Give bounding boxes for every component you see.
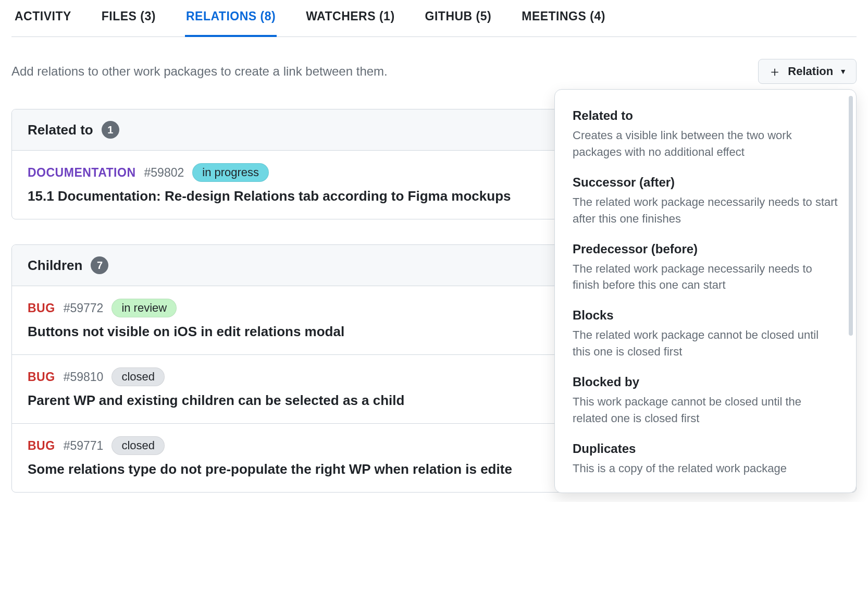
tab-meetings[interactable]: MEETINGS (4) <box>520 9 606 36</box>
relations-subhead: Add relations to other work packages to … <box>11 59 857 84</box>
tabs-bar: ACTIVITY FILES (3) RELATIONS (8) WATCHER… <box>11 9 857 37</box>
dropdown-item-desc: Creates a visible link between the two w… <box>573 127 838 161</box>
relations-hint: Add relations to other work packages to … <box>11 64 388 79</box>
dropdown-item-title: Duplicates <box>573 441 838 456</box>
group-count-badge: 7 <box>91 256 108 274</box>
dropdown-item-desc: The related work package necessarily nee… <box>573 261 838 294</box>
status-badge: closed <box>111 367 165 386</box>
dropdown-item-title: Blocks <box>573 308 838 323</box>
dropdown-item-title: Related to <box>573 108 838 123</box>
dropdown-item-desc: This is a copy of the related work packa… <box>573 460 838 477</box>
dropdown-item-successor[interactable]: Successor (after) The related work packa… <box>559 168 852 235</box>
dropdown-item-title: Predecessor (before) <box>573 242 838 256</box>
work-package-id: #59810 <box>64 370 104 384</box>
dropdown-item-title: Successor (after) <box>573 175 838 190</box>
plus-icon: ＋ <box>768 65 782 78</box>
status-badge: closed <box>111 436 165 455</box>
dropdown-item-predecessor[interactable]: Predecessor (before) The related work pa… <box>559 235 852 301</box>
add-relation-button[interactable]: ＋ Relation ▼ <box>758 59 857 84</box>
work-package-type: DOCUMENTATION <box>28 166 136 180</box>
dropdown-item-duplicates[interactable]: Duplicates This is a copy of the related… <box>559 434 852 484</box>
dropdown-item-desc: This work package cannot be closed until… <box>573 394 838 427</box>
add-relation-label: Relation <box>788 65 833 78</box>
tab-activity[interactable]: ACTIVITY <box>14 9 72 36</box>
tab-watchers[interactable]: WATCHERS (1) <box>305 9 395 36</box>
dropdown-scroll-area[interactable]: Related to Creates a visible link betwee… <box>555 98 856 484</box>
relation-type-dropdown: Related to Creates a visible link betwee… <box>554 89 857 493</box>
status-badge: in review <box>111 299 177 317</box>
dropdown-item-related-to[interactable]: Related to Creates a visible link betwee… <box>559 101 852 168</box>
work-package-id: #59802 <box>144 166 184 180</box>
dropdown-item-title: Blocked by <box>573 375 838 389</box>
chevron-down-icon: ▼ <box>839 67 847 76</box>
tab-github[interactable]: GITHUB (5) <box>424 9 493 36</box>
dropdown-item-desc: The related work package cannot be close… <box>573 327 838 360</box>
group-title: Related to <box>28 122 93 138</box>
tab-relations[interactable]: RELATIONS (8) <box>185 9 277 37</box>
work-package-type: BUG <box>28 370 55 384</box>
dropdown-scrollbar[interactable] <box>849 96 853 336</box>
dropdown-item-desc: The related work package necessarily nee… <box>573 194 838 227</box>
dropdown-item-blocked-by[interactable]: Blocked by This work package cannot be c… <box>559 367 852 434</box>
tab-files[interactable]: FILES (3) <box>101 9 157 36</box>
group-count-badge: 1 <box>102 121 119 139</box>
work-package-id: #59771 <box>64 439 104 453</box>
work-package-type: BUG <box>28 301 55 315</box>
work-package-id: #59772 <box>64 301 104 315</box>
work-package-type: BUG <box>28 439 55 453</box>
dropdown-item-blocks[interactable]: Blocks The related work package cannot b… <box>559 301 852 367</box>
group-title: Children <box>28 257 82 274</box>
status-badge: in progress <box>192 163 269 182</box>
